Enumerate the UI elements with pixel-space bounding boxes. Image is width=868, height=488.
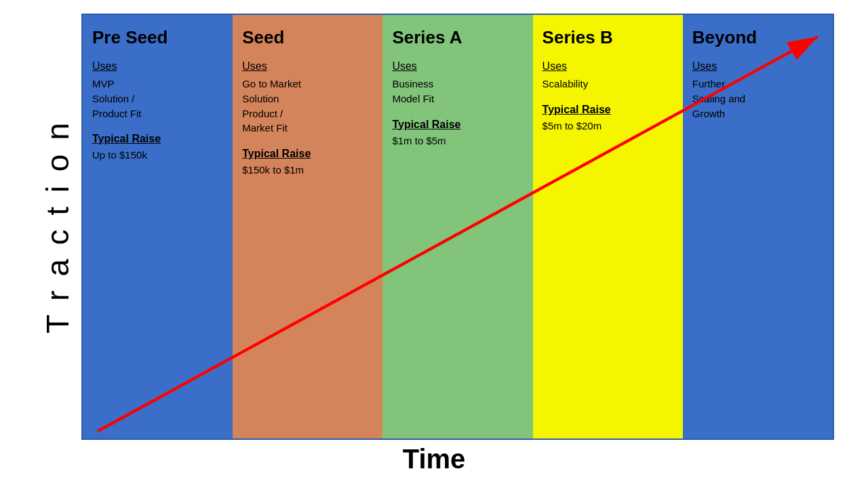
col-uses-label-seriesa: Uses <box>392 60 523 73</box>
col-seriesa: Series AUsesBusiness Model FitTypical Ra… <box>382 15 532 439</box>
col-seriesb: Series BUsesScalabilityTypical Raise$5m … <box>533 15 683 439</box>
col-uses-text-seriesa: Business Model Fit <box>392 77 523 106</box>
col-raise-amount-seriesb: $5m to $20m <box>542 120 673 131</box>
col-uses-text-seed: Go to Market Solution Product / Market F… <box>242 77 373 136</box>
col-title-seriesb: Series B <box>542 27 673 48</box>
col-beyond: BeyondUsesFurther Scaling and Growth <box>683 15 833 439</box>
col-uses-text-beyond: Further Scaling and Growth <box>692 77 823 121</box>
x-axis-label: Time <box>403 444 466 474</box>
col-raise-label-seriesa: Typical Raise <box>392 119 523 131</box>
col-uses-label-seriesb: Uses <box>542 60 673 73</box>
col-title-seed: Seed <box>242 27 373 48</box>
col-raise-amount-preseed: Up to $150k <box>92 149 223 161</box>
col-title-preseed: Pre Seed <box>92 27 223 48</box>
col-uses-label-seed: Uses <box>242 60 373 73</box>
chart-area: T r a c t i o n Pre SeedUsesMVP Solution… <box>34 14 834 440</box>
col-uses-label-preseed: Uses <box>92 60 223 73</box>
columns-wrapper: Pre SeedUsesMVP Solution / Product FitTy… <box>81 14 834 440</box>
col-raise-amount-seriesa: $1m to $5m <box>392 135 523 146</box>
col-uses-label-beyond: Uses <box>692 60 823 73</box>
col-title-seriesa: Series A <box>392 27 523 48</box>
col-preseed: Pre SeedUsesMVP Solution / Product FitTy… <box>83 15 233 439</box>
col-title-beyond: Beyond <box>692 27 823 48</box>
col-raise-label-seed: Typical Raise <box>242 148 373 160</box>
col-seed: SeedUsesGo to Market Solution Product / … <box>233 15 382 439</box>
outer-wrapper: T r a c t i o n Pre SeedUsesMVP Solution… <box>34 14 834 474</box>
col-raise-label-preseed: Typical Raise <box>92 133 223 145</box>
col-uses-text-preseed: MVP Solution / Product Fit <box>92 77 223 121</box>
col-raise-amount-seed: $150k to $1m <box>242 164 373 176</box>
y-axis-label: T r a c t i o n <box>34 14 81 440</box>
col-uses-text-seriesb: Scalability <box>542 77 673 92</box>
col-raise-label-seriesb: Typical Raise <box>542 104 673 116</box>
